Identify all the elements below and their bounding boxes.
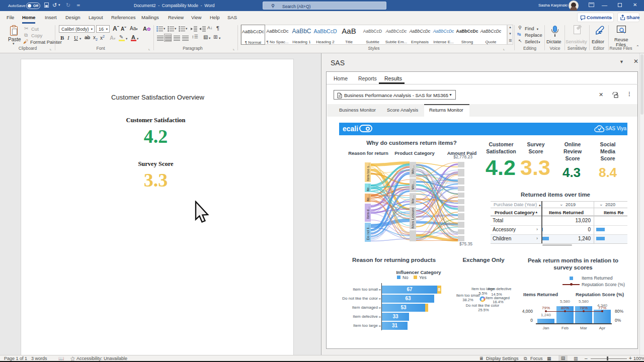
svg-text:Item d...: Item d...: [366, 207, 370, 219]
svg-text:Wo...: Wo...: [411, 181, 415, 190]
svg-text:Me...: Me...: [411, 195, 415, 204]
svg-text:Item too s...: Item too s...: [366, 163, 370, 182]
svg-text:Ite...: Ite...: [366, 184, 370, 192]
svg-text:Do not li...: Do not li...: [366, 225, 370, 240]
svg-text:Wo...: Wo...: [411, 165, 415, 174]
svg-text:Ite...: Ite...: [366, 194, 370, 202]
svg-text:Men Leisure: Men Leisure: [411, 208, 415, 228]
